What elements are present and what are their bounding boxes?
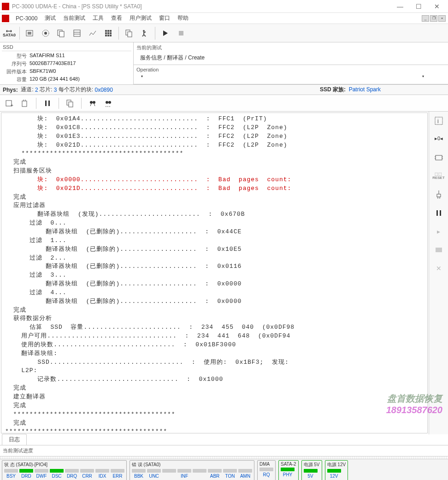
minimize-button[interactable]: — — [391, 0, 409, 12]
separator — [36, 98, 36, 109]
svg-rect-10 — [107, 30, 109, 32]
svg-rect-4 — [58, 30, 62, 36]
status-indicator: ERR — [111, 469, 124, 479]
sata-port-button[interactable]: ⟷SATA0 — [2, 26, 17, 41]
tool-btn-1[interactable] — [23, 26, 37, 41]
pause-button[interactable] — [41, 97, 54, 110]
svg-rect-52 — [437, 194, 441, 197]
info-label: 容量 — [2, 76, 29, 83]
status-led — [281, 468, 295, 471]
svg-text:▸0◂: ▸0◂ — [435, 136, 443, 141]
svg-point-37 — [93, 101, 95, 104]
tool-btn-grid[interactable] — [101, 26, 116, 41]
status-indicator: BBK — [132, 469, 146, 479]
mdi-close[interactable]: × — [438, 15, 446, 22]
menu-window[interactable]: 窗口 — [155, 13, 174, 24]
mdi-restore[interactable]: ❐ — [430, 15, 437, 22]
log-line: 块: 0x01C8............................. :… — [5, 124, 424, 132]
separator — [59, 98, 59, 109]
side-tools-disabled: ✕ — [432, 262, 445, 275]
status-led — [80, 469, 94, 473]
svg-rect-15 — [105, 35, 107, 36]
status-led — [4, 469, 18, 473]
menu-user-test[interactable]: 用户测试 — [126, 13, 155, 24]
side-info-icon[interactable]: i — [432, 114, 445, 127]
status-group: DMARQ — [257, 460, 276, 480]
menu-tools[interactable]: 工具 — [89, 13, 107, 24]
operation-panel: Operation ▾ ▾ — [134, 65, 448, 84]
find-next-button[interactable] — [102, 97, 115, 110]
status-group: 电源 5V5V — [301, 460, 322, 480]
operation-dropdown[interactable]: ▾ ▾ — [136, 73, 445, 79]
status-label: 5V — [307, 474, 313, 479]
status-led — [238, 469, 252, 473]
maximize-button[interactable]: ☐ — [409, 0, 428, 12]
log-output[interactable]: 块: 0x01A4............................. :… — [1, 113, 428, 433]
separator — [118, 27, 119, 40]
status-group-title: 错 误 (SATA0) — [132, 462, 252, 468]
sub-tool-1[interactable]: + — [3, 97, 16, 110]
log-tab-row: 日志 — [0, 434, 448, 445]
svg-point-40 — [106, 101, 108, 104]
menu-current-test[interactable]: 当前测试 — [59, 13, 89, 24]
stop-button[interactable] — [174, 26, 189, 41]
log-line: 翻译器块组: — [5, 350, 424, 358]
play-button[interactable] — [158, 26, 173, 41]
status-label: DRQ — [67, 474, 77, 479]
status-label: INF — [181, 474, 188, 479]
tool-btn-4[interactable] — [70, 26, 84, 41]
tool-btn-copy[interactable] — [122, 26, 136, 41]
status-label: DSC — [52, 474, 61, 479]
menu-test[interactable]: 测试 — [41, 13, 59, 24]
info-value: 50026B777403E817 — [29, 60, 76, 67]
mdi-minimize[interactable]: _ — [422, 15, 429, 22]
side-reset-button[interactable]: ⬚⬚RESET — [432, 170, 445, 183]
log-line: 建立翻译器 — [5, 393, 424, 402]
side-reset-icon[interactable]: ▸0◂ — [432, 133, 445, 146]
info-row: SSD 型号SATAFIRM S11序列号50026B777403E817固件版… — [0, 42, 448, 85]
svg-point-3 — [44, 32, 47, 35]
status-label: UNC — [149, 474, 159, 479]
status-label: CRR — [82, 474, 92, 479]
log-line: 获得数据分析 — [5, 314, 424, 323]
log-line: 翻译器块组 (已删除的)................... : 0x0000 — [5, 280, 424, 289]
menu-app[interactable]: PC-3000 — [12, 14, 41, 23]
status-indicator: RQ — [259, 468, 273, 477]
status-label: DWF — [36, 474, 47, 479]
status-led — [147, 469, 161, 473]
side-connector-icon[interactable] — [432, 188, 445, 201]
copy-button[interactable] — [64, 97, 77, 110]
sub-tool-2[interactable] — [18, 97, 31, 110]
log-line: 过滤 0... — [5, 219, 424, 228]
menu-help[interactable]: 帮助 — [174, 13, 192, 24]
status-indicator — [193, 469, 206, 479]
close-button[interactable]: ✕ — [428, 0, 446, 12]
side-chip-icon[interactable] — [432, 151, 445, 164]
menubar: PC-3000 测试 当前测试 工具 查看 用户测试 窗口 帮助 _ ❐ × — [0, 13, 448, 24]
status-group-title: 电源 5V — [304, 462, 320, 468]
menu-view[interactable]: 查看 — [107, 13, 126, 24]
svg-rect-5 — [59, 31, 64, 37]
tool-btn-2[interactable] — [38, 26, 53, 41]
chips-value: 3 — [54, 87, 57, 93]
family-value: Patriot Spark — [349, 86, 381, 93]
log-line: 记录数.............................. : 0x10… — [5, 375, 424, 384]
log-line: 完成 — [5, 193, 424, 202]
svg-rect-33 — [48, 101, 50, 106]
status-group: 电源 12V12V — [325, 460, 348, 480]
log-tab[interactable]: 日志 — [2, 434, 27, 445]
log-line: 使用的块数.............................. : 0x… — [5, 341, 424, 350]
log-line: 块: 0x01A4............................. :… — [5, 115, 424, 124]
ssd-info-row: 固件版本SBFK71W0 — [2, 68, 131, 76]
status-led — [111, 469, 124, 473]
status-indicator: DRD — [19, 469, 33, 479]
log-line: 块: 0x0000............................. :… — [5, 176, 424, 184]
right-sidebar: i ▸0◂ ⬚⬚RESET ▸ ✕ — [429, 112, 448, 434]
tool-btn-3[interactable] — [54, 26, 69, 41]
find-button[interactable] — [86, 97, 99, 110]
side-pause-icon[interactable] — [432, 207, 445, 219]
tool-btn-run-person[interactable] — [137, 26, 152, 41]
status-indicator: IDX — [95, 469, 109, 479]
tool-btn-5[interactable] — [85, 26, 100, 41]
svg-rect-46 — [436, 155, 442, 160]
